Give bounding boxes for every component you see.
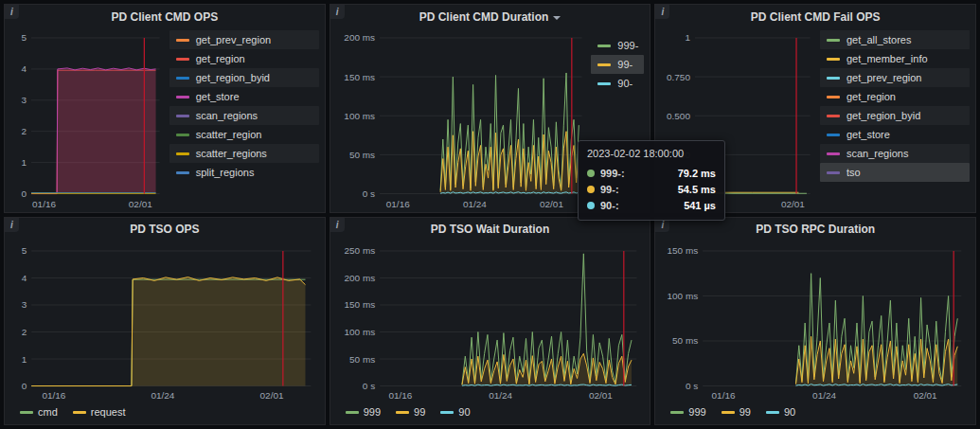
- chart-pd-tso-rpc-duration[interactable]: 0 s50 ms100 ms150 ms01/1601/2402/01: [659, 241, 971, 402]
- legend-item-get_member_info[interactable]: get_member_info: [820, 49, 970, 68]
- panel-header[interactable]: PD TSO OPS: [5, 218, 325, 241]
- series-color-swatch-icon: [176, 96, 189, 98]
- legend-item-90[interactable]: 90: [440, 406, 470, 418]
- legend-label: 90: [784, 406, 795, 418]
- legend-label: get_store: [196, 91, 240, 102]
- legend-item-90-[interactable]: 90-: [591, 74, 644, 93]
- legend-item-scan_regions[interactable]: scan_regions: [820, 144, 970, 163]
- panel-info-icon[interactable]: i: [655, 5, 669, 19]
- svg-text:0 s: 0 s: [686, 381, 698, 391]
- panel-title[interactable]: PD TSO RPC Duration: [756, 223, 875, 236]
- chart-pd-tso-wait-duration[interactable]: 0 s50 ms100 ms150 ms200 ms250 ms01/1601/…: [334, 241, 647, 402]
- legend-label: get_all_stores: [846, 34, 912, 45]
- panel-header[interactable]: PD Client CMD Duration: [330, 5, 650, 28]
- legend-item-get_store[interactable]: get_store: [169, 87, 319, 106]
- legend-item-999-[interactable]: 999-: [591, 36, 644, 55]
- legend-item-get_prev_region[interactable]: get_prev_region: [169, 30, 319, 49]
- legend-label: get_region: [846, 91, 896, 102]
- panel-info-icon[interactable]: i: [5, 218, 19, 232]
- svg-text:01/16: 01/16: [388, 390, 412, 401]
- legend-label: 90-: [617, 78, 633, 89]
- series-color-swatch-icon: [827, 134, 840, 136]
- panel-title[interactable]: PD Client CMD OPS: [111, 10, 218, 24]
- legend-pd-tso-ops: cmdrequest: [9, 402, 321, 422]
- legend-label: get_prev_region: [846, 72, 922, 83]
- series-color-swatch-icon: [827, 39, 840, 42]
- legend-label: scan_regions: [196, 110, 258, 121]
- legend-item-get_region[interactable]: get_region: [820, 87, 970, 106]
- series-color-swatch-icon: [176, 115, 189, 117]
- panel-info-icon[interactable]: i: [5, 5, 19, 19]
- panel-info-icon[interactable]: i: [330, 218, 345, 232]
- series-color-dot-icon: [587, 170, 595, 177]
- panel-header[interactable]: PD Client CMD Fail OPS: [655, 5, 975, 28]
- legend-item-get_prev_region[interactable]: get_prev_region: [820, 68, 970, 87]
- series-color-swatch-icon: [827, 58, 840, 61]
- series-color-swatch-icon: [597, 82, 611, 85]
- info-icon: i: [10, 7, 13, 17]
- series-color-swatch-icon: [346, 411, 359, 414]
- panel-pd-tso-wait-duration: i PD TSO Wait Duration 0 s50 ms100 ms150…: [330, 217, 651, 426]
- legend-item-scan_regions[interactable]: scan_regions: [169, 106, 319, 125]
- legend-item-scatter_regions[interactable]: scatter_regions: [169, 144, 319, 163]
- svg-text:5: 5: [21, 32, 27, 43]
- series-color-swatch-icon: [440, 411, 454, 414]
- panel-body: 0 s50 ms100 ms150 ms200 ms250 ms01/1601/…: [330, 241, 650, 425]
- legend-item-999[interactable]: 999: [346, 406, 381, 418]
- panel-pd-client-cmd-ops: i PD Client CMD OPS 01234501/1602/01 get…: [4, 4, 326, 213]
- legend-item-request[interactable]: request: [73, 406, 126, 418]
- legend-label: tso: [846, 167, 861, 178]
- svg-text:2: 2: [21, 126, 27, 136]
- panel-title[interactable]: PD TSO Wait Duration: [431, 223, 550, 236]
- legend-item-scatter_region[interactable]: scatter_region: [169, 125, 319, 144]
- panel-title[interactable]: PD Client CMD Duration: [419, 10, 549, 24]
- svg-text:2: 2: [22, 327, 27, 337]
- legend-item-get_store[interactable]: get_store: [820, 125, 970, 144]
- legend-label: 99: [739, 406, 751, 418]
- svg-text:02/01: 02/01: [540, 199, 563, 209]
- svg-text:01/16: 01/16: [385, 199, 409, 209]
- legend-pd-client-cmd-ops: get_prev_regionget_regionget_region_byid…: [169, 28, 321, 210]
- svg-text:50 ms: 50 ms: [349, 150, 375, 160]
- panel-title[interactable]: PD Client CMD Fail OPS: [751, 10, 881, 24]
- legend-pd-client-cmd-fail-ops: get_all_storesget_member_infoget_prev_re…: [820, 28, 971, 210]
- legend-item-99[interactable]: 99: [396, 406, 425, 418]
- legend-item-99-[interactable]: 99-: [591, 55, 644, 74]
- legend-item-90[interactable]: 90: [766, 406, 795, 418]
- tooltip-series-label: 999-:: [600, 168, 625, 179]
- panel-header[interactable]: PD Client CMD OPS: [5, 5, 325, 28]
- svg-text:0: 0: [21, 188, 27, 199]
- chart-pd-client-cmd-duration[interactable]: 0 s50 ms100 ms150 ms200 ms01/1601/2402/0…: [334, 28, 592, 210]
- legend-item-get_region_byid[interactable]: get_region_byid: [169, 68, 319, 87]
- tooltip-timestamp: 2023-02-02 18:00:00: [587, 148, 716, 159]
- panel-info-icon[interactable]: i: [330, 5, 345, 19]
- chart-pd-tso-ops[interactable]: 01234501/1601/2402/01: [9, 241, 321, 402]
- legend-item-get_all_stores[interactable]: get_all_stores: [820, 30, 970, 49]
- legend-label: 99-: [617, 59, 633, 70]
- legend-item-tso[interactable]: tso: [820, 163, 970, 182]
- legend-item-cmd[interactable]: cmd: [20, 406, 58, 418]
- panel-body: 01234501/1601/2402/01 cmdrequest: [5, 241, 325, 425]
- series-color-swatch-icon: [176, 39, 189, 42]
- series-color-swatch-icon: [176, 152, 189, 155]
- legend-label: get_member_info: [846, 53, 928, 64]
- panel-header[interactable]: PD TSO Wait Duration: [330, 218, 650, 241]
- legend-item-99[interactable]: 99: [722, 406, 751, 418]
- legend-label: 999: [364, 406, 381, 418]
- svg-text:02/01: 02/01: [129, 199, 152, 209]
- panel-title[interactable]: PD TSO OPS: [130, 223, 199, 236]
- series-color-swatch-icon: [176, 171, 189, 174]
- tooltip-row: 999-:79.2 ms: [587, 165, 716, 181]
- chart-pd-client-cmd-ops[interactable]: 01234501/1602/01: [9, 28, 169, 210]
- series-color-swatch-icon: [73, 411, 86, 414]
- svg-text:3: 3: [22, 299, 27, 310]
- legend-item-get_region_byid[interactable]: get_region_byid: [820, 106, 970, 125]
- tooltip-series-value: 54.5 ms: [678, 184, 716, 195]
- tooltip-series-value: 79.2 ms: [678, 168, 716, 179]
- legend-item-split_regions[interactable]: split_regions: [169, 163, 319, 182]
- chevron-down-icon[interactable]: [553, 16, 561, 20]
- panel-header[interactable]: PD TSO RPC Duration: [655, 218, 975, 241]
- svg-text:02/01: 02/01: [260, 390, 284, 401]
- legend-item-get_region[interactable]: get_region: [169, 49, 319, 68]
- legend-item-999[interactable]: 999: [670, 406, 705, 418]
